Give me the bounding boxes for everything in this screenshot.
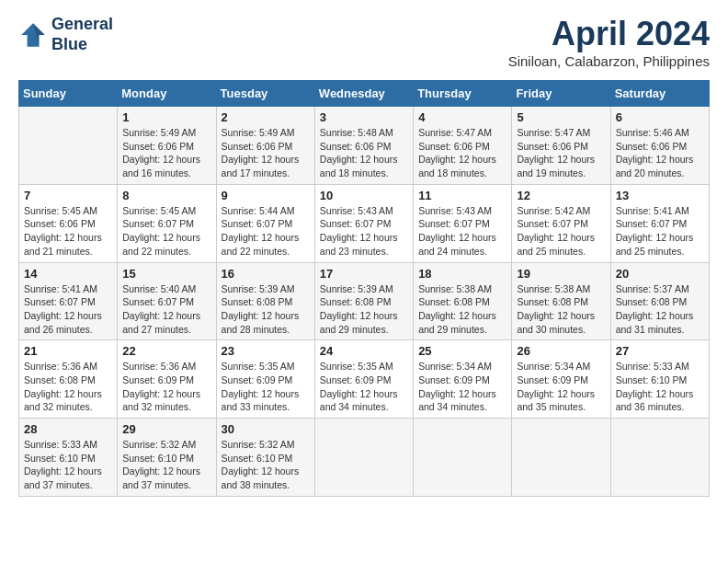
sunrise-text: Sunrise: 5:49 AM [222, 126, 310, 140]
sunrise-text: Sunrise: 5:49 AM [122, 126, 210, 140]
calendar-cell: 23Sunrise: 5:35 AMSunset: 6:09 PMDayligh… [216, 340, 314, 419]
day-number: 30 [222, 422, 310, 436]
day-info: Sunrise: 5:37 AMSunset: 6:08 PMDaylight:… [616, 282, 704, 337]
calendar-cell: 4Sunrise: 5:47 AMSunset: 6:06 PMDaylight… [414, 107, 512, 185]
sunset-text: Sunset: 6:09 PM [418, 373, 506, 387]
daylight-text: Daylight: 12 hours and 32 minutes. [122, 387, 210, 414]
day-number: 20 [616, 267, 704, 281]
daylight-text: Daylight: 12 hours and 37 minutes. [24, 465, 112, 491]
sunset-text: Sunset: 6:08 PM [320, 295, 408, 309]
daylight-text: Daylight: 12 hours and 30 minutes. [517, 309, 605, 336]
day-number: 11 [418, 189, 506, 202]
sunrise-text: Sunrise: 5:35 AM [222, 360, 310, 373]
calendar-body: 1Sunrise: 5:49 AMSunset: 6:06 PMDaylight… [19, 107, 710, 497]
sunset-text: Sunset: 6:08 PM [418, 295, 506, 309]
day-info: Sunrise: 5:35 AMSunset: 6:09 PMDaylight:… [222, 360, 310, 414]
sunset-text: Sunset: 6:07 PM [24, 295, 112, 309]
daylight-text: Daylight: 12 hours and 27 minutes. [122, 309, 210, 336]
sunset-text: Sunset: 6:08 PM [616, 295, 704, 309]
sunrise-text: Sunrise: 5:33 AM [24, 438, 112, 452]
day-number: 10 [320, 189, 408, 202]
sunrise-text: Sunrise: 5:36 AM [122, 360, 210, 373]
sunrise-text: Sunrise: 5:46 AM [616, 126, 704, 140]
day-info: Sunrise: 5:34 AMSunset: 6:09 PMDaylight:… [418, 360, 506, 414]
day-number: 18 [418, 267, 506, 281]
title-block: April 2024 Siniloan, Calabarzon, Philipp… [508, 15, 710, 69]
day-number: 26 [517, 344, 605, 358]
daylight-text: Daylight: 12 hours and 18 minutes. [320, 153, 408, 179]
sunrise-text: Sunrise: 5:43 AM [418, 204, 506, 218]
day-info: Sunrise: 5:40 AMSunset: 6:07 PMDaylight:… [122, 282, 210, 337]
day-number: 21 [24, 344, 112, 358]
sunset-text: Sunset: 6:10 PM [616, 373, 704, 387]
daylight-text: Daylight: 12 hours and 16 minutes. [122, 153, 210, 179]
daylight-text: Daylight: 12 hours and 25 minutes. [517, 231, 605, 258]
logo-text: General Blue [51, 15, 113, 54]
day-number: 4 [418, 110, 506, 124]
sunset-text: Sunset: 6:09 PM [122, 373, 210, 387]
daylight-text: Daylight: 12 hours and 25 minutes. [616, 231, 704, 258]
sunrise-text: Sunrise: 5:44 AM [222, 204, 310, 218]
calendar-day-header: Saturday [610, 81, 709, 107]
daylight-text: Daylight: 12 hours and 18 minutes. [418, 153, 506, 179]
calendar-cell: 2Sunrise: 5:49 AMSunset: 6:06 PMDaylight… [216, 107, 314, 185]
sunrise-text: Sunrise: 5:35 AM [320, 360, 408, 373]
sunrise-text: Sunrise: 5:34 AM [418, 360, 506, 373]
calendar-day-header: Thursday [414, 81, 512, 107]
sunrise-text: Sunrise: 5:48 AM [320, 126, 408, 140]
sunrise-text: Sunrise: 5:45 AM [24, 204, 112, 218]
calendar-week-row: 7Sunrise: 5:45 AMSunset: 6:06 PMDaylight… [19, 184, 710, 262]
day-info: Sunrise: 5:36 AMSunset: 6:09 PMDaylight:… [122, 360, 210, 414]
daylight-text: Daylight: 12 hours and 24 minutes. [418, 231, 506, 258]
day-number: 25 [418, 344, 506, 358]
daylight-text: Daylight: 12 hours and 21 minutes. [24, 231, 112, 258]
sunrise-text: Sunrise: 5:41 AM [616, 204, 704, 218]
day-number: 28 [24, 422, 112, 436]
sunrise-text: Sunrise: 5:32 AM [122, 438, 210, 452]
calendar-cell: 29Sunrise: 5:32 AMSunset: 6:10 PMDayligh… [118, 419, 216, 497]
day-number: 3 [320, 110, 408, 124]
sunset-text: Sunset: 6:07 PM [616, 217, 704, 231]
sunrise-text: Sunrise: 5:34 AM [517, 360, 605, 373]
calendar-table: SundayMondayTuesdayWednesdayThursdayFrid… [18, 80, 710, 497]
calendar-cell: 19Sunrise: 5:38 AMSunset: 6:08 PMDayligh… [512, 262, 610, 340]
sunrise-text: Sunrise: 5:33 AM [616, 360, 704, 373]
calendar-cell [414, 419, 512, 497]
daylight-text: Daylight: 12 hours and 20 minutes. [616, 153, 704, 179]
day-number: 23 [222, 344, 310, 358]
daylight-text: Daylight: 12 hours and 32 minutes. [24, 387, 112, 414]
sunset-text: Sunset: 6:10 PM [122, 452, 210, 465]
day-info: Sunrise: 5:41 AMSunset: 6:07 PMDaylight:… [616, 204, 704, 259]
page-header: General Blue April 2024 Siniloan, Calaba… [18, 15, 710, 69]
sunset-text: Sunset: 6:06 PM [122, 140, 210, 154]
calendar-cell: 28Sunrise: 5:33 AMSunset: 6:10 PMDayligh… [19, 419, 118, 497]
day-number: 1 [122, 110, 210, 124]
daylight-text: Daylight: 12 hours and 31 minutes. [616, 309, 704, 336]
sunset-text: Sunset: 6:06 PM [517, 140, 605, 154]
calendar-cell [512, 419, 610, 497]
day-info: Sunrise: 5:32 AMSunset: 6:10 PMDaylight:… [222, 438, 310, 492]
calendar-cell: 13Sunrise: 5:41 AMSunset: 6:07 PMDayligh… [610, 184, 709, 262]
day-number: 2 [222, 110, 310, 124]
sunset-text: Sunset: 6:07 PM [122, 295, 210, 309]
day-info: Sunrise: 5:43 AMSunset: 6:07 PMDaylight:… [418, 204, 506, 259]
calendar-cell: 15Sunrise: 5:40 AMSunset: 6:07 PMDayligh… [118, 262, 216, 340]
calendar-day-header: Tuesday [216, 81, 314, 107]
day-number: 12 [517, 189, 605, 202]
sunrise-text: Sunrise: 5:37 AM [616, 282, 704, 296]
sunrise-text: Sunrise: 5:40 AM [122, 282, 210, 296]
day-info: Sunrise: 5:44 AMSunset: 6:07 PMDaylight:… [222, 204, 310, 259]
day-info: Sunrise: 5:43 AMSunset: 6:07 PMDaylight:… [320, 204, 408, 259]
calendar-cell: 1Sunrise: 5:49 AMSunset: 6:06 PMDaylight… [118, 107, 216, 185]
day-info: Sunrise: 5:49 AMSunset: 6:06 PMDaylight:… [222, 126, 310, 180]
calendar-cell: 17Sunrise: 5:39 AMSunset: 6:08 PMDayligh… [314, 262, 413, 340]
calendar-cell: 21Sunrise: 5:36 AMSunset: 6:08 PMDayligh… [19, 340, 118, 419]
day-info: Sunrise: 5:47 AMSunset: 6:06 PMDaylight:… [517, 126, 605, 180]
calendar-cell [314, 419, 413, 497]
calendar-week-row: 21Sunrise: 5:36 AMSunset: 6:08 PMDayligh… [19, 340, 710, 419]
sunset-text: Sunset: 6:06 PM [320, 140, 408, 154]
calendar-week-row: 28Sunrise: 5:33 AMSunset: 6:10 PMDayligh… [19, 419, 710, 497]
sunset-text: Sunset: 6:10 PM [24, 452, 112, 465]
day-info: Sunrise: 5:32 AMSunset: 6:10 PMDaylight:… [122, 438, 210, 492]
calendar-cell: 9Sunrise: 5:44 AMSunset: 6:07 PMDaylight… [216, 184, 314, 262]
